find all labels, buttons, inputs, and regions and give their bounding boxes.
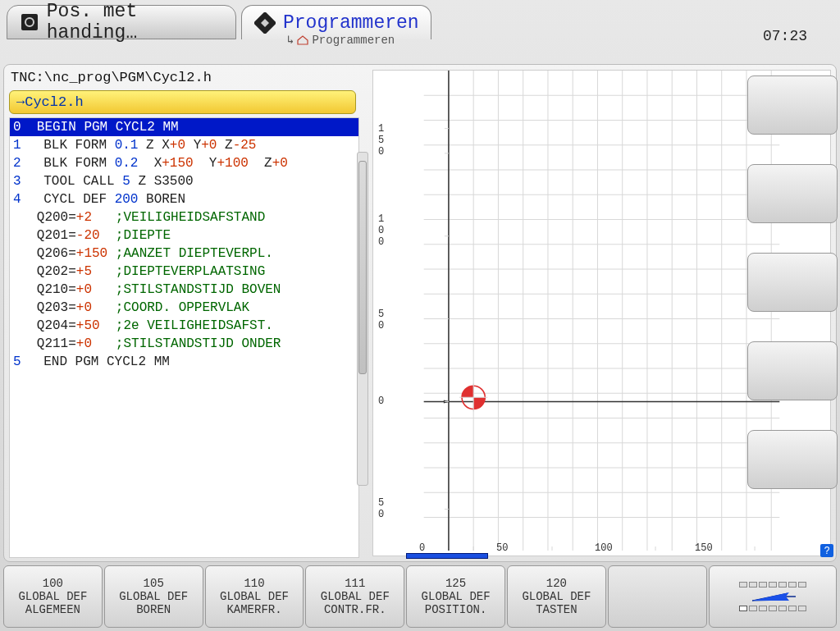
side-button-5[interactable]	[747, 430, 838, 489]
x-tick: 50	[496, 542, 508, 554]
tab-inactive[interactable]: Pos. met handing…	[7, 5, 236, 39]
home-icon	[297, 35, 308, 45]
mode-icon	[19, 11, 40, 34]
y-tick: 0	[378, 396, 384, 407]
y-tick: 5	[378, 309, 384, 320]
y-tick: 1	[378, 213, 384, 225]
origin-marker	[459, 383, 487, 411]
softkey-105[interactable]: 105 GLOBAL DEF BOREN	[104, 565, 203, 628]
y-tick: 1	[378, 123, 384, 135]
arrow-icon	[748, 589, 797, 604]
code-line-2[interactable]: 2 BLK FORM 0.2 X+150 Y+100 Z+0	[10, 154, 358, 172]
code-line-q203[interactable]: Q203=+0 ;COORD. OPPERVLAK	[10, 299, 358, 317]
side-button-2[interactable]	[747, 164, 838, 223]
softkey-empty[interactable]	[608, 565, 707, 628]
softkey-row: 100 GLOBAL DEF ALGEMEEN 105 GLOBAL DEF B…	[3, 565, 837, 628]
code-line-0[interactable]: 0 BEGIN PGM CYCL2 MM	[10, 118, 358, 136]
code-line-3[interactable]: 3 TOOL CALL 5 Z S3500	[10, 172, 358, 190]
clock: 07:23	[763, 28, 807, 44]
softkey-111[interactable]: 111 GLOBAL DEF CONTR.FR.	[305, 565, 404, 628]
side-buttons	[747, 75, 838, 489]
x-tick: 150	[695, 542, 713, 554]
code-pane: TNC:\nc_prog\PGM\Cycl2.h →Cycl2.h 0 BEGI…	[4, 65, 361, 561]
x-tick: 100	[595, 542, 613, 554]
x-tick: 0	[419, 542, 425, 554]
breadcrumb: ↳ Programmeren	[287, 33, 395, 47]
main-area: TNC:\nc_prog\PGM\Cycl2.h →Cycl2.h 0 BEGI…	[3, 64, 837, 562]
softkey-100[interactable]: 100 GLOBAL DEF ALGEMEEN	[3, 565, 103, 628]
code-line-q210[interactable]: Q210=+0 ;STILSTANDSTIJD BOVEN	[10, 281, 358, 299]
code-line-5[interactable]: 5 END PGM CYCL2 MM	[10, 353, 358, 371]
y-tick: 0	[378, 146, 384, 158]
program-icon	[253, 11, 276, 34]
softkey-120[interactable]: 120 GLOBAL DEF TASTEN	[507, 565, 606, 628]
scrollbar-thumb[interactable]	[358, 161, 367, 374]
path-bar: TNC:\nc_prog\PGM\Cycl2.h	[4, 65, 361, 90]
code-line-4[interactable]: 4 CYCL DEF 200 BOREN	[10, 190, 358, 208]
arrow-icon: ↳	[287, 33, 294, 47]
softkey-nav[interactable]	[709, 565, 837, 628]
side-button-3[interactable]	[747, 253, 838, 312]
y-tick: 0	[378, 225, 384, 236]
header-bar: Pos. met handing… Programmeren ↳ Program…	[0, 0, 840, 57]
scrollbar[interactable]	[357, 152, 368, 486]
nav-dots-bottom	[739, 606, 806, 611]
softkey-125[interactable]: 125 GLOBAL DEF POSITION.	[406, 565, 505, 628]
softkey-110[interactable]: 110 GLOBAL DEF KAMERFR.	[205, 565, 304, 628]
y-tick: 0	[378, 236, 384, 248]
code-line-q201[interactable]: Q201=-20 ;DIEPTE	[10, 226, 358, 245]
tab-active-label: Programmeren	[283, 12, 419, 34]
breadcrumb-text: Programmeren	[312, 34, 395, 47]
graph-ticks	[445, 129, 755, 551]
code-list[interactable]: 0 BEGIN PGM CYCL2 MM 1 BLK FORM 0.1 Z X+…	[9, 117, 359, 558]
y-tick: 0	[378, 320, 384, 332]
side-button-1[interactable]	[747, 75, 838, 135]
y-tick: 0	[378, 509, 384, 520]
nav-dots-top	[739, 582, 806, 588]
y-tick: 5	[378, 135, 384, 146]
code-line-q200[interactable]: Q200=+2 ;VEILIGHEIDSAFSTAND	[10, 208, 358, 226]
tab-inactive-label: Pos. met handing…	[47, 1, 224, 43]
code-line-q202[interactable]: Q202=+5 ;DIEPTEVERPLAATSING	[10, 263, 358, 281]
graph-scroll-indicator[interactable]	[406, 553, 488, 559]
code-line-q211[interactable]: Q211=+0 ;STILSTANDSTIJD ONDER	[10, 335, 358, 353]
file-tab[interactable]: →Cycl2.h	[9, 90, 356, 114]
code-line-q204[interactable]: Q204=+50 ;2e VEILIGHEIDSAFST.	[10, 317, 358, 335]
y-tick: 5	[378, 497, 384, 509]
help-icon[interactable]: ?	[820, 544, 833, 557]
side-button-4[interactable]	[747, 341, 838, 400]
code-line-1[interactable]: 1 BLK FORM 0.1 Z X+0 Y+0 Z-25	[10, 136, 358, 154]
svg-rect-0	[21, 14, 38, 30]
code-line-q206[interactable]: Q206=+150 ;AANZET DIEPTEVERPL.	[10, 245, 358, 263]
